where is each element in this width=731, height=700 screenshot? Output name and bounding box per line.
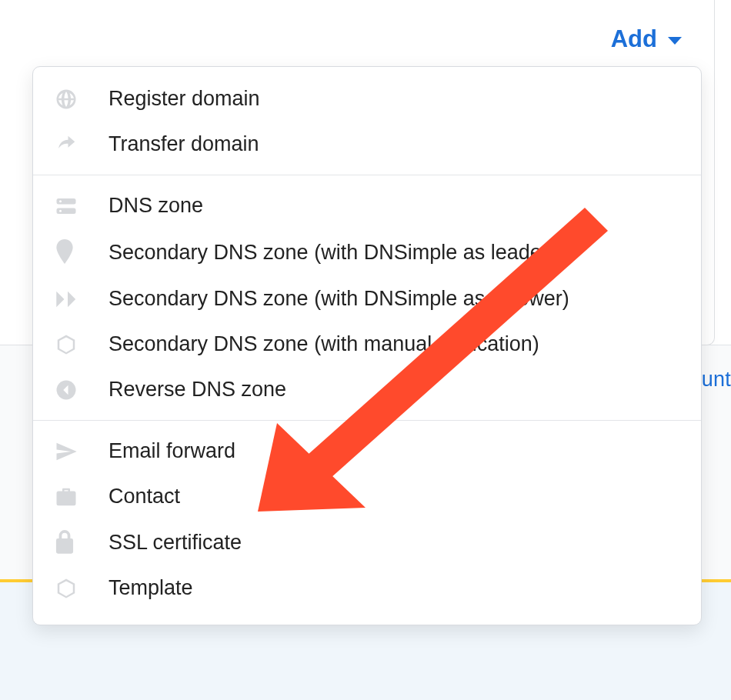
caret-down-icon <box>668 37 682 45</box>
dns-zone-item[interactable]: DNS zone <box>33 183 701 228</box>
secondary-dns-leader-item[interactable]: Secondary DNS zone (with DNSimple as lea… <box>33 228 701 276</box>
back-circle-icon <box>55 378 87 402</box>
secondary-dns-manual-item[interactable]: Secondary DNS zone (with manual replicat… <box>33 322 701 367</box>
server-icon <box>55 196 87 216</box>
cube-icon <box>55 333 87 356</box>
lock-icon <box>55 530 87 555</box>
add-dropdown-trigger[interactable]: Add <box>611 25 682 53</box>
contact-item[interactable]: Contact <box>33 474 701 519</box>
map-marker-icon <box>55 239 87 265</box>
transfer-domain-item[interactable]: Transfer domain <box>33 122 701 167</box>
paper-plane-icon <box>55 440 87 463</box>
menu-item-label: Secondary DNS zone (with DNSimple as fol… <box>87 287 569 311</box>
menu-item-label: Secondary DNS zone (with DNSimple as lea… <box>87 241 556 265</box>
menu-item-label: Secondary DNS zone (with manual replicat… <box>87 332 539 356</box>
forward-icon <box>55 289 87 309</box>
menu-item-label: Register domain <box>87 87 260 111</box>
menu-divider <box>33 420 701 421</box>
reverse-dns-item[interactable]: Reverse DNS zone <box>33 367 701 412</box>
svg-point-3 <box>59 209 62 212</box>
menu-item-label: SSL certificate <box>87 531 242 555</box>
email-forward-item[interactable]: Email forward <box>33 428 701 474</box>
template-item[interactable]: Template <box>33 565 701 611</box>
menu-item-label: Transfer domain <box>87 132 259 156</box>
globe-icon <box>55 88 87 111</box>
add-label: Add <box>611 25 657 53</box>
secondary-dns-follower-item[interactable]: Secondary DNS zone (with DNSimple as fol… <box>33 276 701 322</box>
cube-icon <box>55 577 87 600</box>
svg-point-2 <box>59 200 62 202</box>
menu-item-label: Reverse DNS zone <box>87 378 286 402</box>
ssl-certificate-item[interactable]: SSL certificate <box>33 519 701 565</box>
briefcase-icon <box>55 486 87 508</box>
menu-divider <box>33 175 701 175</box>
menu-item-label: Contact <box>87 485 180 508</box>
menu-item-label: Email forward <box>87 439 235 463</box>
menu-item-label: DNS zone <box>87 194 203 218</box>
truncated-link-text: unt <box>702 368 731 392</box>
share-icon <box>55 133 87 156</box>
add-dropdown-menu: Register domain Transfer domain DNS zone… <box>32 66 702 625</box>
register-domain-item[interactable]: Register domain <box>33 76 701 122</box>
menu-item-label: Template <box>87 576 193 600</box>
